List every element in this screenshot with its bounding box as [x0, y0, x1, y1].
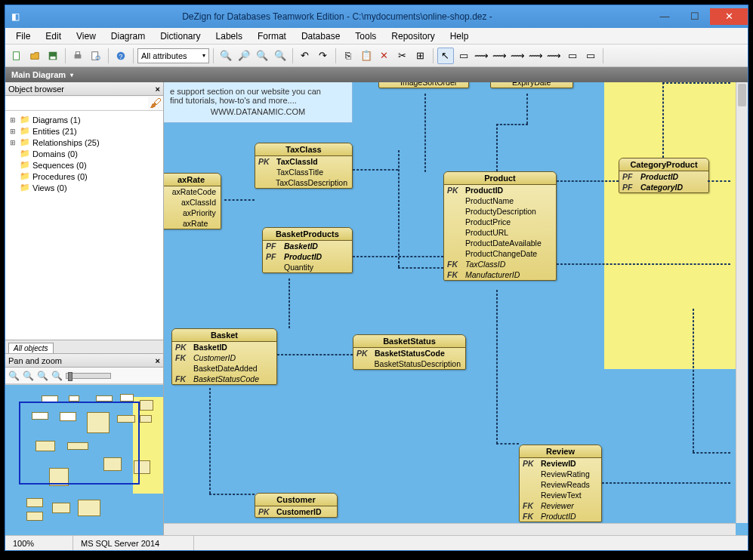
new-button[interactable] — [8, 48, 25, 64]
entity-taxrate[interactable]: axRate axRateCode axClassId axPriority a… — [164, 173, 221, 229]
left-pane: Object browser × 🖌 ⊞📁Diagrams (1) ⊞📁Enti… — [5, 82, 164, 535]
delete-button[interactable]: ✕ — [376, 48, 393, 64]
zoom-slider[interactable] — [66, 373, 111, 379]
window-title: DeZign for Databases Teamwork Edition - … — [25, 11, 650, 22]
print-preview-button[interactable] — [88, 48, 104, 64]
app-icon: ◧ — [5, 11, 25, 22]
hint-link[interactable]: WWW.DATANAMIC.COM — [211, 107, 305, 116]
all-objects-tab[interactable]: All objects — [8, 343, 54, 353]
minimap-viewport[interactable] — [19, 402, 140, 485]
entity-partial-expiry[interactable]: ExpiryDate — [490, 82, 573, 88]
relationship-tool-4[interactable]: ⟿ — [528, 48, 545, 64]
menu-help[interactable]: Help — [444, 29, 475, 43]
diagram-tab[interactable]: Main Diagram — [5, 67, 748, 82]
minimize-button[interactable]: — — [650, 8, 680, 25]
tree-item-entities[interactable]: ⊞📁Entities (21) — [7, 125, 162, 137]
note-tool[interactable]: ▭ — [582, 48, 599, 64]
entity-taxclass[interactable]: TaxClass PKTaxClassId TaxClassTitle TaxC… — [255, 143, 353, 189]
pz-zoom-in-icon[interactable]: 🔍 — [8, 371, 20, 381]
relationship-tool-3[interactable]: ⟿ — [510, 48, 526, 64]
find-button[interactable]: ⊞ — [412, 48, 429, 64]
copy-button[interactable]: ⎘ — [340, 48, 356, 64]
pan-zoom-close-icon[interactable]: × — [156, 356, 160, 365]
open-button[interactable] — [26, 48, 43, 64]
object-browser-tabs: All objects — [5, 340, 163, 353]
cut-button[interactable]: ✂ — [394, 48, 411, 64]
tree-item-diagrams[interactable]: ⊞📁Diagrams (1) — [7, 114, 162, 125]
object-browser-close-icon[interactable]: × — [156, 85, 160, 94]
pz-zoom-100-icon[interactable]: 🔍 — [51, 371, 63, 381]
close-button[interactable]: ✕ — [710, 8, 748, 25]
svg-text:?: ? — [119, 52, 123, 60]
folder-icon: 📁 — [20, 160, 30, 170]
menu-format[interactable]: Format — [252, 29, 292, 43]
menu-file[interactable]: File — [10, 29, 36, 43]
menu-tools[interactable]: Tools — [349, 29, 382, 43]
pan-zoom-panel: Pan and zoom × 🔍 🔍 🔍 🔍 — [5, 353, 163, 535]
menu-repository[interactable]: Repository — [385, 29, 440, 43]
tree-item-domains[interactable]: 📁Domains (0) — [7, 148, 162, 159]
menu-dictionary[interactable]: Dictionary — [154, 29, 206, 43]
tree-item-views[interactable]: 📁Views (0) — [7, 182, 162, 193]
pan-zoom-header[interactable]: Pan and zoom × — [5, 354, 163, 368]
relationship-tool-2[interactable]: ⟿ — [492, 48, 508, 64]
menu-database[interactable]: Database — [295, 29, 346, 43]
object-browser-panel: Object browser × 🖌 ⊞📁Diagrams (1) ⊞📁Enti… — [5, 82, 163, 353]
canvas-scrollbar-horizontal[interactable] — [164, 523, 736, 535]
entity-basketproducts[interactable]: BasketProducts PFBasketID PFProductID Qu… — [262, 227, 353, 273]
help-button[interactable]: ? — [113, 48, 129, 64]
entity-partial-image[interactable]: ImageSortOrder — [378, 82, 469, 88]
menu-edit[interactable]: Edit — [39, 29, 67, 43]
menu-diagram[interactable]: Diagram — [105, 29, 151, 43]
overview-minimap[interactable] — [5, 384, 163, 535]
pointer-tool[interactable]: ↖ — [437, 48, 454, 64]
pan-zoom-title: Pan and zoom — [8, 356, 62, 365]
canvas-scrollbar-vertical[interactable] — [736, 82, 748, 523]
print-button[interactable] — [69, 48, 86, 64]
object-filter: 🖌 — [5, 96, 163, 111]
entity-tool[interactable]: ▭ — [455, 48, 472, 64]
paste-button[interactable]: 📋 — [358, 48, 375, 64]
tree-item-procedures[interactable]: 📁Procedures (0) — [7, 171, 162, 182]
object-tree[interactable]: ⊞📁Diagrams (1) ⊞📁Entities (21) ⊞📁Relatio… — [5, 111, 163, 340]
redo-button[interactable]: ↷ — [315, 48, 332, 64]
pz-zoom-fit-icon[interactable]: 🔍 — [37, 371, 48, 381]
diagram-canvas[interactable]: e support section on our website you can… — [164, 82, 748, 535]
svg-rect-3 — [75, 54, 82, 58]
entity-customer[interactable]: Customer PKCustomerID — [255, 493, 338, 518]
menu-labels[interactable]: Labels — [210, 29, 248, 43]
zoom-fit-button[interactable]: 🔍 — [254, 48, 270, 64]
save-button[interactable] — [45, 48, 61, 64]
entity-product[interactable]: Product PKProductID ProductName Producty… — [443, 171, 557, 281]
titlebar[interactable]: ◧ DeZign for Databases Teamwork Edition … — [5, 5, 748, 28]
entity-review[interactable]: Review PKReviewID ReviewRating ReviewRea… — [519, 445, 602, 522]
maximize-button[interactable]: ☐ — [680, 8, 710, 25]
tree-item-sequences[interactable]: 📁Sequences (0) — [7, 159, 162, 171]
object-browser-header[interactable]: Object browser × — [5, 82, 163, 96]
object-filter-input[interactable] — [5, 97, 148, 109]
folder-icon: 📁 — [20, 149, 30, 158]
entity-basket[interactable]: Basket PKBasketID FKCustomerID BasketDat… — [171, 328, 277, 385]
attributes-combo-label: All attributes — [141, 51, 187, 60]
app-window: ◧ DeZign for Databases Teamwork Edition … — [5, 5, 748, 551]
zoom-100-button[interactable]: 🔍 — [272, 48, 289, 64]
filter-icon[interactable]: 🖌 — [148, 97, 163, 110]
folder-icon: 📁 — [20, 126, 30, 136]
folder-icon: 📁 — [20, 137, 30, 147]
zoom-in-button[interactable]: 🔍 — [218, 48, 234, 64]
statusbar: 100% MS SQL Server 2014 — [5, 535, 748, 550]
toolbar: ? All attributes 🔍 🔎 🔍 🔍 ↶ ↷ ⎘ 📋 ✕ ✂ ⊞ ↖… — [5, 45, 748, 67]
zoom-out-button[interactable]: 🔎 — [236, 48, 252, 64]
entity-categoryproduct[interactable]: CategoryProduct PFProductID PFCategoryID — [619, 158, 709, 193]
relationship-tool-1[interactable]: ⟿ — [474, 48, 490, 64]
menubar: File Edit View Diagram Dictionary Labels… — [5, 28, 748, 45]
view-tool[interactable]: ▭ — [564, 48, 581, 64]
relationship-tool-5[interactable]: ⟿ — [546, 48, 563, 64]
tree-item-relationships[interactable]: ⊞📁Relationships (25) — [7, 137, 162, 148]
pz-zoom-out-icon[interactable]: 🔍 — [23, 371, 34, 381]
menu-view[interactable]: View — [70, 29, 102, 43]
undo-button[interactable]: ↶ — [297, 48, 313, 64]
attributes-combo[interactable]: All attributes — [137, 48, 209, 63]
object-browser-title: Object browser — [8, 85, 64, 94]
entity-basketstatus[interactable]: BasketStatus PKBasketStatusCode BasketSt… — [353, 334, 466, 370]
